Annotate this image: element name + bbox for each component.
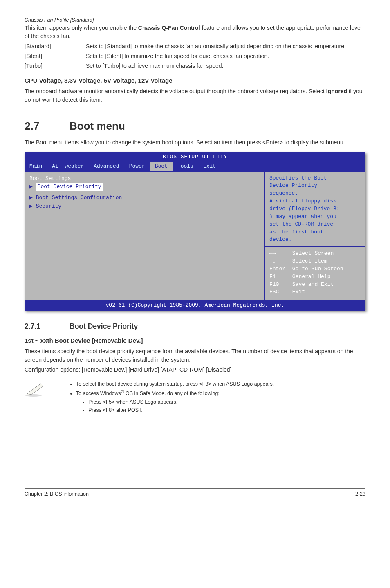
bios-left-item[interactable]: ▶ Security bbox=[29, 202, 260, 211]
cfp-option-label: [Standard] bbox=[25, 42, 86, 50]
bios-key-row: F1 General Help bbox=[269, 273, 361, 281]
cfp-option-desc: Sets to [Standard] to make the chassis f… bbox=[86, 42, 365, 50]
bios-key-desc: Select Screen bbox=[292, 250, 334, 256]
bios-help-line: sequence. bbox=[269, 190, 361, 197]
page-footer: Chapter 2: BIOS information 2-23 bbox=[25, 489, 365, 498]
bios-body: Boot Settings ▶ Boot Device Priority ▶ B… bbox=[25, 171, 365, 301]
bios-key: ←→ bbox=[269, 250, 289, 258]
bios-key-legend: ←→ Select Screen ↑↓ Select Item Enter Go… bbox=[265, 247, 365, 300]
bios-key-row: ↑↓ Select Item bbox=[269, 258, 361, 265]
submenu-arrow-icon: ▶ bbox=[29, 184, 36, 190]
bios-left-heading: Boot Settings bbox=[29, 175, 260, 183]
bios-title: BIOS SETUP UTILITY bbox=[25, 152, 365, 162]
cfp-intro: This item appears only when you enable t… bbox=[25, 24, 365, 40]
cfp-option-row: [Standard] Sets to [Standard] to make th… bbox=[25, 42, 365, 50]
note-sub-bullet: Press <F5> when ASUS Logo appears. bbox=[88, 398, 365, 406]
cfp-option-desc: Set to [Turbo] to achieve maximum chassi… bbox=[86, 62, 365, 70]
section-2-7-heading: 2.7 Boot menu bbox=[25, 119, 365, 134]
note-b2-pre: To access Windows bbox=[76, 391, 121, 396]
bios-key-row: ←→ Select Screen bbox=[269, 250, 361, 258]
svg-marker-1 bbox=[27, 384, 43, 395]
cfp-option-label: [Silent] bbox=[25, 52, 86, 60]
cfp-option-desc: Sets to [Silent] to minimize the fan spe… bbox=[86, 52, 365, 60]
bios-key-row: F10 Save and Exit bbox=[269, 281, 361, 289]
cfp-intro-pre: This item appears only when you enable t… bbox=[25, 25, 138, 31]
note-b2-post: OS in Safe Mode, do any of the following… bbox=[124, 391, 219, 396]
bios-key: F1 bbox=[269, 273, 289, 281]
submenu-arrow-icon: ▶ bbox=[29, 195, 36, 201]
bios-help-line: device. bbox=[269, 236, 361, 244]
cfp-heading: Chassis Fan Profile [Standard] bbox=[25, 16, 365, 24]
bios-left-item-label: Security bbox=[36, 203, 61, 209]
submenu-arrow-icon: ▶ bbox=[29, 203, 36, 209]
cfp-option-row: [Turbo] Set to [Turbo] to achieve maximu… bbox=[25, 62, 365, 70]
section-2-7-1-num: 2.7.1 bbox=[25, 321, 69, 332]
boot-device-subheading: 1st ~ xxth Boot Device [Removable Dev.] bbox=[25, 336, 365, 345]
section-2-7-1-heading: 2.7.1 Boot Device Priority bbox=[25, 321, 365, 332]
boot-device-body1: These items specify the boot device prio… bbox=[25, 347, 365, 364]
section-2-7-body: The Boot menu items allow you to change … bbox=[25, 138, 365, 146]
voltage-body-bold: Ignored bbox=[326, 88, 347, 94]
bios-key-desc: Go to Sub Screen bbox=[292, 266, 343, 272]
bios-help-line: drive (Floppy Drive B: bbox=[269, 205, 361, 213]
note-icon-cell bbox=[25, 380, 69, 399]
bios-key-desc: Exit bbox=[292, 289, 305, 295]
bios-screenshot: BIOS SETUP UTILITY Main Ai Tweaker Advan… bbox=[25, 152, 365, 311]
bios-left-item[interactable]: ▶ Boot Settings Configuration bbox=[29, 194, 260, 202]
cfp-option-label: [Turbo] bbox=[25, 62, 86, 70]
footer-left: Chapter 2: BIOS information bbox=[25, 490, 89, 498]
bios-tab-tools[interactable]: Tools bbox=[173, 162, 198, 171]
bios-key-desc: General Help bbox=[292, 274, 331, 280]
bios-right-pane: Specifies the Boot Device Priority seque… bbox=[265, 171, 365, 301]
voltage-body: The onboard hardware monitor automatical… bbox=[25, 87, 365, 104]
section-2-7-1-title: Boot Device Priority bbox=[69, 321, 138, 332]
bios-footer: v02.61 (C)Copyright 1985-2009, American … bbox=[25, 301, 365, 311]
bios-menubar: Main Ai Tweaker Advanced Power Boot Tool… bbox=[25, 162, 365, 171]
bios-help-text: Specifies the Boot Device Priority seque… bbox=[265, 172, 365, 247]
bios-help-line: Device Priority bbox=[269, 182, 361, 190]
bios-help-line: ) may appear when you bbox=[269, 213, 361, 221]
voltage-heading: CPU Voltage, 3.3V Voltage, 5V Voltage, 1… bbox=[25, 76, 365, 85]
bios-tab-exit[interactable]: Exit bbox=[198, 162, 221, 171]
bios-help-line: Specifies the Boot bbox=[269, 175, 361, 182]
bios-tab-advanced[interactable]: Advanced bbox=[89, 162, 124, 171]
section-2-7-num: 2.7 bbox=[25, 119, 69, 134]
bios-help-line: as the first boot bbox=[269, 229, 361, 236]
footer-right: 2-23 bbox=[355, 490, 365, 498]
bios-key: ↑↓ bbox=[269, 258, 289, 265]
note-bullet: To access Windows® OS in Safe Mode, do a… bbox=[76, 388, 365, 414]
bios-key: Enter bbox=[269, 265, 289, 273]
bios-help-line: set the CD-ROM drive bbox=[269, 221, 361, 229]
note-block: To select the boot device during system … bbox=[25, 380, 365, 415]
bios-left-item-label: Boot Settings Configuration bbox=[36, 195, 122, 201]
note-sub-bullet: Press <F8> after POST. bbox=[88, 406, 365, 414]
bios-key: F10 bbox=[269, 281, 289, 289]
bios-left-item[interactable]: ▶ Boot Device Priority bbox=[29, 183, 260, 191]
pencil-icon bbox=[25, 381, 45, 397]
bios-tab-ai-tweaker[interactable]: Ai Tweaker bbox=[47, 162, 89, 171]
bios-tab-boot[interactable]: Boot bbox=[150, 162, 173, 171]
bios-key-row: Enter Go to Sub Screen bbox=[269, 265, 361, 273]
section-2-7-title: Boot menu bbox=[69, 119, 125, 134]
note-body: To select the boot device during system … bbox=[69, 380, 365, 415]
voltage-body-pre: The onboard hardware monitor automatical… bbox=[25, 88, 326, 94]
bios-key: ESC bbox=[269, 288, 289, 296]
bios-key-desc: Save and Exit bbox=[292, 281, 334, 287]
cfp-option-row: [Silent] Sets to [Silent] to minimize th… bbox=[25, 52, 365, 60]
cfp-intro-bold: Chassis Q-Fan Control bbox=[138, 25, 200, 31]
bios-tab-power[interactable]: Power bbox=[124, 162, 150, 171]
bios-left-item-label: Boot Device Priority bbox=[36, 183, 103, 191]
bios-tab-main[interactable]: Main bbox=[25, 162, 47, 171]
bios-key-desc: Select Item bbox=[292, 258, 327, 264]
bios-left-pane: Boot Settings ▶ Boot Device Priority ▶ B… bbox=[25, 171, 265, 301]
bios-help-line: A virtual floppy disk bbox=[269, 197, 361, 205]
boot-device-body2: Configuration options: [Removable Dev.] … bbox=[25, 366, 365, 374]
bios-key-row: ESC Exit bbox=[269, 288, 361, 296]
note-bullet: To select the boot device during system … bbox=[76, 380, 365, 388]
